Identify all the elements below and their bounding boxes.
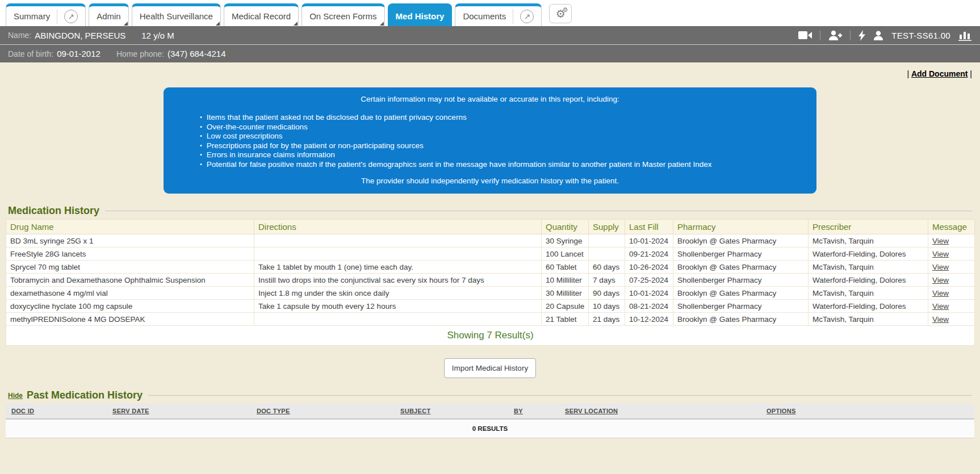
col-drug-name: Drug Name xyxy=(6,220,254,234)
tab-med-history-label: Med History xyxy=(396,11,445,21)
view-message-link[interactable]: View xyxy=(932,302,949,311)
import-button-row: Import Medical History xyxy=(0,358,980,378)
bar-chart-icon[interactable] xyxy=(958,30,972,41)
settings-button[interactable]: ⚙ ⚙ xyxy=(549,4,572,23)
col-serv-date[interactable]: SERV DATE xyxy=(107,404,251,419)
tab-summary-label: Summary xyxy=(14,11,50,21)
past-empty-row: 0 RESULTS xyxy=(6,419,974,438)
col-doc-id[interactable]: DOC ID xyxy=(6,404,107,419)
home-phone-label: Home phone: xyxy=(116,49,164,58)
tab-documents[interactable]: Documents ↗ xyxy=(455,3,542,26)
add-user-icon[interactable] xyxy=(828,30,842,40)
table-row: FreeStyle 28G lancets 100 Lancet 09-21-2… xyxy=(6,248,975,261)
view-message-link[interactable]: View xyxy=(932,276,949,284)
cell-last-fill: 07-25-2024 xyxy=(625,274,673,287)
tab-on-screen-forms-label: On Screen Forms xyxy=(309,11,376,21)
tab-med-history[interactable]: Med History xyxy=(388,3,453,26)
popout-icon[interactable]: ↗ xyxy=(520,10,534,23)
lightning-bolt-icon[interactable] xyxy=(858,30,865,41)
dropdown-corner-icon xyxy=(124,22,128,26)
cell-message: View xyxy=(928,287,975,300)
notice-bullet: Potential for false positive match if th… xyxy=(200,160,803,170)
col-pharmacy: Pharmacy xyxy=(673,220,809,234)
table-row: Tobramycin and Dexamethasone Ophthalmic … xyxy=(6,274,975,287)
cell-drug: FreeStyle 28G lancets xyxy=(6,248,254,261)
results-count: Showing 7 Result(s) xyxy=(6,326,975,346)
cell-pharmacy: Shollenberger Pharmacy xyxy=(673,300,809,313)
cell-drug: BD 3mL syringe 25G x 1 xyxy=(6,234,254,248)
medication-history-table: Drug Name Directions Quantity Supply Las… xyxy=(6,219,975,346)
cell-supply: 90 days xyxy=(589,287,625,300)
hide-link[interactable]: Hide xyxy=(8,392,23,400)
view-message-link[interactable]: View xyxy=(932,237,949,245)
col-doc-type[interactable]: DOC TYPE xyxy=(251,404,395,419)
table-header-row: Drug Name Directions Quantity Supply Las… xyxy=(6,220,975,234)
notice-bullet-list: Items that the patient asked not be disc… xyxy=(177,113,803,169)
tab-medical-record[interactable]: Medical Record xyxy=(224,3,299,26)
add-document-link[interactable]: Add Document xyxy=(911,69,968,78)
tab-admin-label: Admin xyxy=(97,11,121,21)
tab-health-surveillance[interactable]: Health Surveillance xyxy=(132,3,221,26)
cell-directions xyxy=(254,248,542,261)
col-quantity: Quantity xyxy=(542,220,589,234)
dropdown-corner-icon xyxy=(216,22,220,26)
import-medical-history-button[interactable]: Import Medical History xyxy=(444,358,536,378)
dob-label: Date of birth: xyxy=(8,49,53,58)
tab-on-screen-forms[interactable]: On Screen Forms xyxy=(301,3,384,26)
cell-quantity: 100 Lancet xyxy=(542,248,589,261)
tab-documents-label: Documents xyxy=(463,11,506,21)
cell-prescriber: Waterford-Fielding, Dolores xyxy=(809,300,928,313)
col-prescriber: Prescriber xyxy=(809,220,928,234)
cell-last-fill: 10-01-2024 xyxy=(625,287,673,300)
dropdown-corner-icon xyxy=(380,22,384,26)
cell-directions: Take 1 capsule by mouth every 12 hours xyxy=(254,300,542,313)
medication-history-header: Medication History xyxy=(8,205,972,217)
col-by[interactable]: BY xyxy=(508,404,559,419)
cell-last-fill: 10-26-2024 xyxy=(625,261,673,274)
cell-supply: 60 days xyxy=(589,261,625,274)
view-message-link[interactable]: View xyxy=(932,263,949,271)
name-label: Name: xyxy=(8,31,31,40)
cell-quantity: 30 Syringe xyxy=(542,234,589,248)
view-message-link[interactable]: View xyxy=(932,315,949,324)
divider-line xyxy=(105,211,972,211)
cell-supply: 10 days xyxy=(589,300,625,313)
cell-pharmacy: Brooklyn @ Gates Pharmacy xyxy=(673,261,809,274)
cell-quantity: 30 Milliliter xyxy=(542,287,589,300)
notice-title: Certain information may not be available… xyxy=(177,95,803,103)
tab-medical-record-label: Medical Record xyxy=(232,11,291,21)
video-camera-icon[interactable] xyxy=(798,31,812,40)
col-subject[interactable]: SUBJECT xyxy=(395,404,508,419)
col-options[interactable]: OPTIONS xyxy=(761,404,974,419)
view-message-link[interactable]: View xyxy=(932,250,949,258)
cell-directions xyxy=(254,313,542,326)
past-empty-text: 0 RESULTS xyxy=(6,419,974,438)
cell-quantity: 21 Tablet xyxy=(542,313,589,326)
patient-subheader-bar: Date of birth: 09-01-2012 Home phone: (3… xyxy=(0,45,980,62)
view-message-link[interactable]: View xyxy=(932,289,949,297)
col-last-fill: Last Fill xyxy=(625,220,673,234)
cell-drug: doxycycline hyclate 100 mg capsule xyxy=(6,300,254,313)
cell-prescriber: McTavish, Tarquin xyxy=(809,234,928,248)
cell-message: View xyxy=(928,234,975,248)
popout-icon[interactable]: ↗ xyxy=(64,10,78,23)
cell-prescriber: McTavish, Tarquin xyxy=(809,287,928,300)
cell-message: View xyxy=(928,274,975,287)
patient-dob: 09-01-2012 xyxy=(57,49,100,58)
patient-phone: (347) 684-4214 xyxy=(167,49,226,58)
table-row: methylPREDNISolone 4 MG DOSEPAK 21 Table… xyxy=(6,313,975,326)
patient-header-bar: Name: ABINGDON, PERSEUS 12 y/o M TEST-SS… xyxy=(0,26,980,45)
notice-bullet: Low cost prescriptions xyxy=(200,132,803,141)
cell-last-fill: 10-01-2024 xyxy=(625,234,673,248)
medication-history-title: Medication History xyxy=(8,205,99,217)
tab-admin[interactable]: Admin xyxy=(89,3,129,26)
cell-quantity: 60 Tablet xyxy=(542,261,589,274)
col-message: Message xyxy=(928,220,975,234)
cell-pharmacy: Brooklyn @ Gates Pharmacy xyxy=(673,313,809,326)
cell-last-fill: 10-12-2024 xyxy=(625,313,673,326)
cell-directions: Instill two drops into the conjunctival … xyxy=(254,274,542,287)
cell-pharmacy: Brooklyn @ Gates Pharmacy xyxy=(673,287,809,300)
tab-summary[interactable]: Summary ↗ xyxy=(6,3,86,26)
col-serv-location[interactable]: SERV LOCATION xyxy=(559,404,761,419)
cell-last-fill: 08-21-2024 xyxy=(625,300,673,313)
